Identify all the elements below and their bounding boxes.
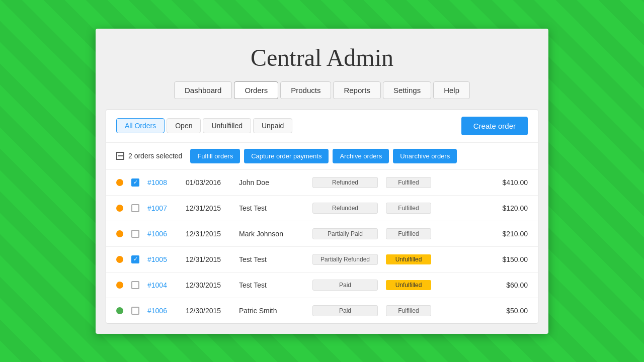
order-id[interactable]: #1007 — [147, 204, 178, 212]
order-customer: Test Test — [239, 204, 304, 212]
status-dot — [116, 205, 123, 212]
payment-badge: Paid — [312, 280, 378, 291]
nav-item-reports[interactable]: Reports — [333, 81, 381, 99]
row-checkbox[interactable] — [131, 255, 139, 263]
tab-bar: All OrdersOpenUnfulfilledUnpaid — [116, 118, 292, 133]
action-btn-fulfill[interactable]: Fulfill orders — [190, 149, 240, 163]
tab-open[interactable]: Open — [167, 118, 201, 133]
nav-item-help[interactable]: Help — [433, 81, 470, 99]
order-id[interactable]: #1004 — [147, 281, 178, 289]
action-btn-archive[interactable]: Archive orders — [333, 149, 389, 163]
order-date: 12/31/2015 — [186, 204, 231, 212]
fulfillment-badge: Fulfilled — [386, 305, 431, 316]
order-date: 01/03/2016 — [186, 178, 231, 187]
order-id[interactable]: #1006 — [147, 230, 178, 238]
fulfillment-badge: Fulfilled — [386, 228, 431, 239]
app-title: Central Admin — [96, 29, 548, 81]
row-checkbox[interactable] — [131, 281, 139, 289]
tab-all[interactable]: All Orders — [116, 118, 165, 133]
order-id[interactable]: #1006 — [147, 307, 178, 315]
fulfillment-badge: Unfulfilled — [386, 254, 431, 264]
row-checkbox[interactable] — [131, 230, 139, 238]
action-btn-capture[interactable]: Capture order payments — [244, 149, 329, 163]
row-checkbox[interactable] — [131, 178, 139, 187]
order-id[interactable]: #1008 — [147, 178, 178, 187]
payment-badge: Refunded — [312, 177, 378, 188]
order-date: 12/30/2015 — [186, 307, 231, 315]
payment-badge: Partially Refunded — [312, 254, 378, 265]
status-dot — [116, 282, 123, 289]
order-customer: John Doe — [239, 178, 304, 187]
nav-item-dashboard[interactable]: Dashboard — [174, 81, 232, 99]
row-checkbox[interactable] — [131, 307, 139, 315]
tab-unfulfilled[interactable]: Unfulfilled — [203, 118, 251, 133]
content-header: All OrdersOpenUnfulfilledUnpaid Create o… — [106, 110, 538, 143]
nav-bar: DashboardOrdersProductsReportsSettingsHe… — [96, 81, 548, 109]
table-row: #1008 01/03/2016 John Doe Refunded Fulfi… — [106, 170, 538, 196]
order-date: 12/31/2015 — [186, 230, 231, 238]
selected-info: 2 orders selected — [116, 152, 182, 160]
order-customer: Patric Smith — [239, 307, 304, 315]
content-area: All OrdersOpenUnfulfilledUnpaid Create o… — [106, 109, 538, 324]
orders-table: #1008 01/03/2016 John Doe Refunded Fulfi… — [106, 170, 538, 323]
table-row: #1004 12/30/2015 Test Test Paid Unfulfil… — [106, 273, 538, 298]
table-row: #1005 12/31/2015 Test Test Partially Ref… — [106, 247, 538, 273]
action-bar: 2 orders selected Fulfill ordersCapture … — [106, 143, 538, 170]
partial-select-icon — [116, 152, 124, 160]
table-row: #1006 12/31/2015 Mark Johnson Partially … — [106, 221, 538, 247]
order-amount: $120.00 — [502, 204, 528, 212]
order-date: 12/31/2015 — [186, 255, 231, 263]
order-customer: Mark Johnson — [239, 230, 304, 238]
order-amount: $150.00 — [502, 255, 528, 263]
status-dot — [116, 179, 123, 186]
payment-badge: Partially Paid — [312, 228, 378, 239]
payment-badge: Paid — [312, 305, 378, 316]
order-date: 12/30/2015 — [186, 281, 231, 289]
nav-item-orders[interactable]: Orders — [234, 81, 278, 99]
order-customer: Test Test — [239, 281, 304, 289]
order-customer: Test Test — [239, 255, 304, 263]
main-card: Central Admin DashboardOrdersProductsRep… — [96, 29, 548, 334]
status-dot — [116, 256, 123, 263]
minus-line — [118, 155, 123, 156]
action-btn-unarchive[interactable]: Unarchive orders — [393, 149, 457, 163]
tab-unpaid[interactable]: Unpaid — [253, 118, 292, 133]
nav-item-products[interactable]: Products — [280, 81, 331, 99]
row-checkbox[interactable] — [131, 204, 139, 212]
create-order-button[interactable]: Create order — [461, 117, 528, 135]
order-amount: $50.00 — [506, 307, 528, 315]
fulfillment-badge: Unfulfilled — [386, 280, 431, 290]
order-amount: $210.00 — [502, 230, 528, 238]
order-amount: $60.00 — [506, 281, 528, 289]
fulfillment-badge: Fulfilled — [386, 177, 431, 188]
table-row: #1006 12/30/2015 Patric Smith Paid Fulfi… — [106, 298, 538, 323]
order-amount: $410.00 — [502, 178, 528, 187]
table-row: #1007 12/31/2015 Test Test Refunded Fulf… — [106, 196, 538, 221]
order-id[interactable]: #1005 — [147, 255, 178, 263]
fulfillment-badge: Fulfilled — [386, 203, 431, 214]
status-dot — [116, 307, 123, 314]
nav-item-settings[interactable]: Settings — [383, 81, 431, 99]
status-dot — [116, 230, 123, 237]
selected-count: 2 orders selected — [128, 152, 182, 160]
payment-badge: Refunded — [312, 203, 378, 214]
